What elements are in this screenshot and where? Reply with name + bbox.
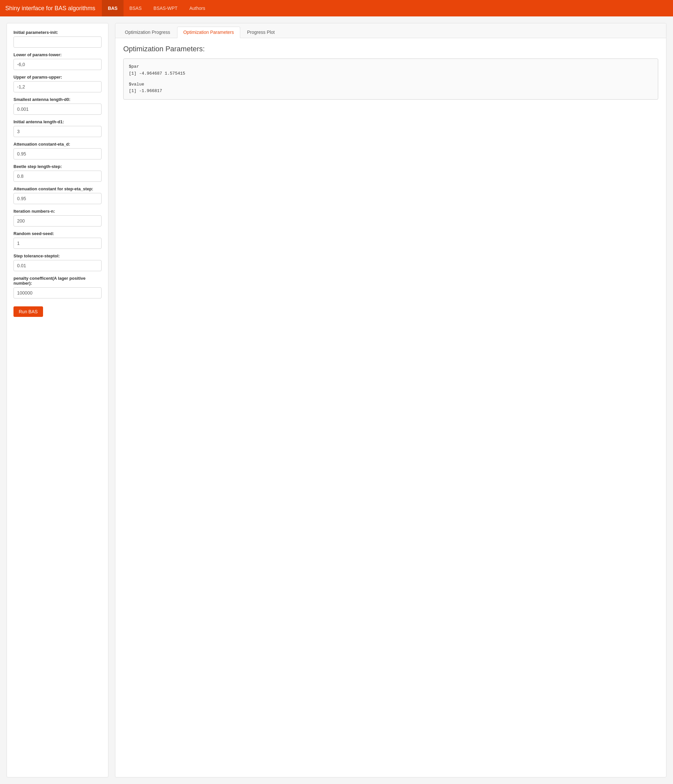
input-penalty[interactable] <box>14 287 101 299</box>
label-step: Beetle step length-step: <box>14 164 101 169</box>
field-steptol: Step tolerance-steptol: <box>14 254 101 271</box>
nav-tab-bsas-wpt[interactable]: BSAS-WPT <box>148 0 183 16</box>
content-title: Optimization Parameters: <box>123 45 658 53</box>
input-step[interactable] <box>14 171 101 182</box>
label-penalty: penalty conefficent(A lager positive num… <box>14 276 101 286</box>
input-d1[interactable] <box>14 126 101 137</box>
output-box: $par [1] -4.964687 1.575415 $value [1] -… <box>123 59 658 100</box>
field-n: Iteration numbers-n: <box>14 209 101 227</box>
navbar-brand: Shiny interface for BAS algorithms <box>5 2 95 14</box>
label-d0: Smallest antenna length-d0: <box>14 97 101 102</box>
input-eta-step[interactable] <box>14 193 101 204</box>
field-init: Initial parameters-init: <box>14 30 101 48</box>
content-area: Optimization Progress Optimization Param… <box>115 23 667 778</box>
field-seed: Random seed-seed: <box>14 231 101 249</box>
output-spacer <box>129 77 653 81</box>
content-tabs: Optimization Progress Optimization Param… <box>115 23 666 38</box>
output-line-4: [1] -1.966817 <box>129 88 653 95</box>
nav-tab-authors[interactable]: Authors <box>183 0 211 16</box>
input-d0[interactable] <box>14 104 101 115</box>
navbar-tabs: BAS BSAS BSAS-WPT Authors <box>102 0 211 16</box>
tab-progress-plot[interactable]: Progress Plot <box>241 26 281 38</box>
label-upper: Upper of params-upper: <box>14 75 101 79</box>
input-eta-d[interactable] <box>14 148 101 159</box>
output-line-1: $par <box>129 64 653 70</box>
run-bas-button[interactable]: Run BAS <box>14 306 43 317</box>
content-body: Optimization Parameters: $par [1] -4.964… <box>115 38 666 106</box>
label-steptol: Step tolerance-steptol: <box>14 254 101 258</box>
sidebar: Initial parameters-init: Lower of params… <box>6 23 109 778</box>
label-eta-step: Attenuation constant for step-eta_step: <box>14 187 101 191</box>
input-n[interactable] <box>14 215 101 227</box>
label-seed: Random seed-seed: <box>14 231 101 236</box>
field-step: Beetle step length-step: <box>14 164 101 182</box>
field-lower: Lower of params-lower: <box>14 52 101 70</box>
label-init: Initial parameters-init: <box>14 30 101 35</box>
tab-optimization-progress[interactable]: Optimization Progress <box>119 26 176 38</box>
field-d1: Initial antenna length-d1: <box>14 119 101 137</box>
field-penalty: penalty conefficent(A lager positive num… <box>14 276 101 299</box>
input-init[interactable] <box>14 36 101 48</box>
output-line-3: $value <box>129 81 653 88</box>
input-lower[interactable] <box>14 59 101 70</box>
nav-tab-bsas[interactable]: BSAS <box>124 0 148 16</box>
label-lower: Lower of params-lower: <box>14 52 101 57</box>
label-n: Iteration numbers-n: <box>14 209 101 214</box>
input-upper[interactable] <box>14 81 101 92</box>
input-steptol[interactable] <box>14 260 101 271</box>
field-upper: Upper of params-upper: <box>14 75 101 92</box>
field-eta-d: Attenuation constant-eta_d: <box>14 142 101 159</box>
navbar: Shiny interface for BAS algorithms BAS B… <box>0 0 673 16</box>
field-eta-step: Attenuation constant for step-eta_step: <box>14 187 101 204</box>
tab-optimization-parameters[interactable]: Optimization Parameters <box>177 26 240 38</box>
label-d1: Initial antenna length-d1: <box>14 119 101 124</box>
nav-tab-bas[interactable]: BAS <box>102 0 124 16</box>
main-container: Initial parameters-init: Lower of params… <box>0 16 673 784</box>
label-eta-d: Attenuation constant-eta_d: <box>14 142 101 146</box>
output-line-2: [1] -4.964687 1.575415 <box>129 70 653 77</box>
input-seed[interactable] <box>14 238 101 249</box>
field-d0: Smallest antenna length-d0: <box>14 97 101 115</box>
